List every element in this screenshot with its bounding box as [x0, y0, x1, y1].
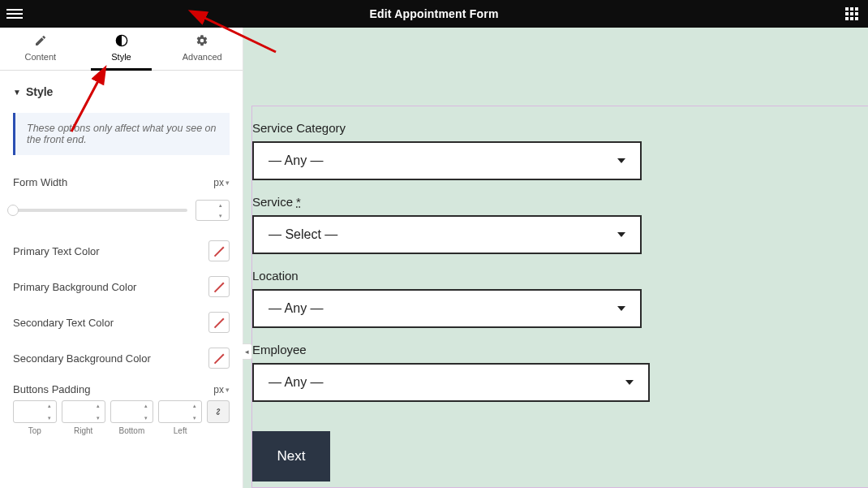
secondary-bg-color-swatch[interactable]	[208, 348, 230, 369]
required-indicator: *	[296, 195, 301, 209]
select-value: — Any —	[269, 153, 324, 168]
select-value: — Any —	[269, 375, 324, 390]
info-box: These options only affect what you see o…	[13, 113, 230, 155]
section-toggle-style[interactable]: ▼ Style	[13, 85, 230, 98]
service-select[interactable]: — Select —	[252, 215, 642, 254]
next-button[interactable]: Next	[252, 431, 330, 482]
contrast-icon	[81, 34, 162, 49]
caret-down-icon: ▼	[13, 88, 21, 97]
tab-label: Content	[25, 52, 57, 62]
apps-grid-icon[interactable]	[845, 7, 862, 20]
padding-top-input[interactable]: ▴▾	[13, 400, 57, 423]
primary-text-color-swatch[interactable]	[208, 240, 230, 261]
padding-left-label: Left	[158, 426, 202, 435]
padding-bottom-label: Bottom	[110, 426, 154, 435]
page-title: Edit Appointment Form	[23, 7, 845, 20]
primary-bg-color-label: Primary Background Color	[13, 281, 136, 293]
service-category-label: Service Category	[252, 121, 868, 135]
tab-style[interactable]: Style	[81, 28, 162, 70]
collapse-panel-button[interactable]: ◂	[243, 343, 252, 360]
svg-line-1	[201, 16, 276, 52]
location-select[interactable]: — Any —	[252, 289, 642, 328]
annotation-arrow	[195, 10, 284, 62]
service-category-select[interactable]: — Any —	[252, 141, 642, 180]
padding-right-label: Right	[62, 426, 105, 435]
form-width-slider[interactable]	[13, 209, 187, 212]
chevron-down-icon	[617, 232, 625, 237]
link-icon	[213, 406, 224, 417]
service-label: Service	[252, 195, 293, 209]
select-value: — Select —	[269, 227, 337, 242]
preview-area: Service Category — Any — Service * — Sel…	[243, 28, 868, 488]
padding-bottom-input[interactable]: ▴▾	[110, 400, 154, 423]
form-width-unit[interactable]: px▾	[213, 177, 230, 188]
select-value: — Any —	[269, 301, 324, 316]
primary-text-color-label: Primary Text Color	[13, 245, 100, 257]
annotation-arrow	[63, 73, 112, 141]
form-width-label: Form Width	[13, 176, 67, 188]
employee-label: Employee	[252, 343, 868, 356]
secondary-text-color-swatch[interactable]	[208, 312, 230, 333]
buttons-padding-label: Buttons Padding	[13, 383, 90, 395]
employee-select[interactable]: — Any —	[252, 363, 650, 402]
slider-thumb[interactable]	[7, 205, 19, 216]
buttons-padding-unit[interactable]: px▾	[213, 384, 230, 395]
padding-right-input[interactable]: ▴▾	[62, 400, 105, 423]
location-label: Location	[252, 269, 868, 283]
link-values-button[interactable]	[207, 400, 230, 423]
tab-content[interactable]: Content	[0, 28, 81, 70]
section-title: Style	[26, 85, 53, 98]
hamburger-icon[interactable]	[6, 9, 23, 19]
svg-line-2	[71, 78, 100, 132]
chevron-down-icon	[617, 158, 625, 163]
secondary-text-color-label: Secondary Text Color	[13, 317, 114, 329]
chevron-down-icon	[617, 306, 625, 311]
form-width-input[interactable]: ▴▾	[196, 200, 230, 221]
padding-top-label: Top	[13, 426, 57, 435]
pencil-icon	[0, 34, 81, 49]
primary-bg-color-swatch[interactable]	[208, 276, 230, 297]
tab-label: Style	[111, 52, 131, 62]
appointment-form: Service Category — Any — Service * — Sel…	[251, 106, 868, 488]
padding-left-input[interactable]: ▴▾	[158, 400, 202, 423]
editor-panel: Content Style Advanced ▼ Style These opt…	[0, 28, 243, 488]
secondary-bg-color-label: Secondary Background Color	[13, 352, 151, 365]
editor-topbar: Edit Appointment Form	[0, 0, 868, 28]
chevron-down-icon	[625, 380, 634, 385]
